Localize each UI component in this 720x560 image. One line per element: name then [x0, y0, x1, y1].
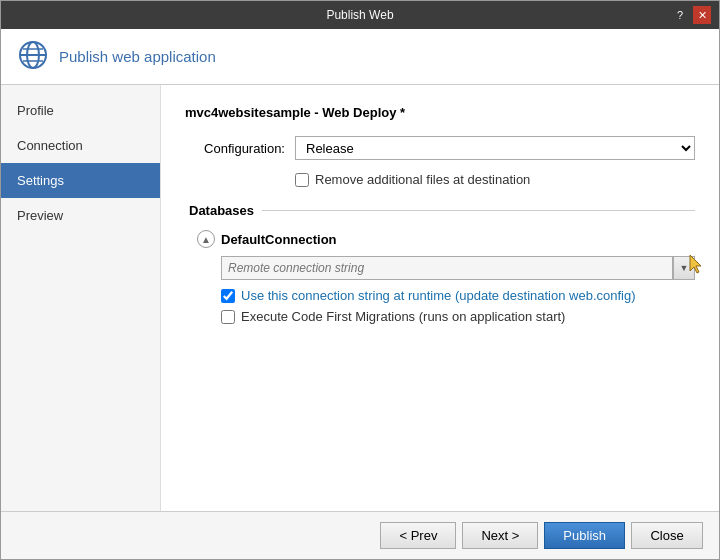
connection-string-row: ▼ — [221, 256, 695, 280]
title-bar-controls: ? ✕ — [671, 6, 711, 24]
configuration-label: Configuration: — [185, 141, 285, 156]
globe-icon — [17, 39, 49, 74]
help-button[interactable]: ? — [671, 6, 689, 24]
header-bar: Publish web application — [1, 29, 719, 85]
configuration-select[interactable]: Release — [295, 136, 695, 160]
title-bar: Publish Web ? ✕ — [1, 1, 719, 29]
publish-button[interactable]: Publish — [544, 522, 625, 549]
use-connection-string-checkbox[interactable] — [221, 289, 235, 303]
publish-web-dialog: Publish Web ? ✕ Publish web application … — [0, 0, 720, 560]
prev-button[interactable]: < Prev — [380, 522, 456, 549]
content-area: Profile Connection Settings Preview mvc4… — [1, 85, 719, 511]
execute-migrations-label: Execute Code First Migrations (runs on a… — [241, 309, 565, 324]
section-heading: mvc4websitesample - Web Deploy * — [185, 105, 695, 120]
execute-migrations-checkbox[interactable] — [221, 310, 235, 324]
close-window-button[interactable]: ✕ — [693, 6, 711, 24]
sidebar-item-settings[interactable]: Settings — [1, 163, 160, 198]
use-connection-string-label: Use this connection string at runtime (u… — [241, 288, 636, 303]
next-button[interactable]: Next > — [462, 522, 538, 549]
collapse-button[interactable]: ▲ — [197, 230, 215, 248]
sidebar-item-profile[interactable]: Profile — [1, 93, 160, 128]
svg-marker-5 — [690, 255, 701, 273]
use-connection-string-row: Use this connection string at runtime (u… — [221, 288, 695, 303]
databases-divider — [262, 210, 695, 211]
remove-files-row: Remove additional files at destination — [295, 172, 695, 187]
databases-header: Databases — [185, 203, 695, 218]
execute-migrations-row: Execute Code First Migrations (runs on a… — [221, 309, 695, 324]
default-connection-section: ▲ DefaultConnection ▼ — [197, 230, 695, 324]
db-title-row: ▲ DefaultConnection — [197, 230, 695, 248]
sidebar-item-connection[interactable]: Connection — [1, 128, 160, 163]
close-button[interactable]: Close — [631, 522, 703, 549]
remove-files-label: Remove additional files at destination — [315, 172, 530, 187]
connection-browse-button[interactable]: ▼ — [673, 256, 695, 280]
main-content: mvc4websitesample - Web Deploy * Configu… — [161, 85, 719, 511]
sidebar: Profile Connection Settings Preview — [1, 85, 161, 511]
connection-string-input[interactable] — [221, 256, 673, 280]
footer: < Prev Next > Publish Close — [1, 511, 719, 559]
db-name: DefaultConnection — [221, 232, 337, 247]
sidebar-item-preview[interactable]: Preview — [1, 198, 160, 233]
databases-label: Databases — [189, 203, 254, 218]
remove-files-checkbox[interactable] — [295, 173, 309, 187]
configuration-row: Configuration: Release — [185, 136, 695, 160]
databases-section: Databases ▲ DefaultConnection ▼ — [185, 203, 695, 324]
header-title: Publish web application — [59, 48, 216, 65]
window-title: Publish Web — [49, 8, 671, 22]
